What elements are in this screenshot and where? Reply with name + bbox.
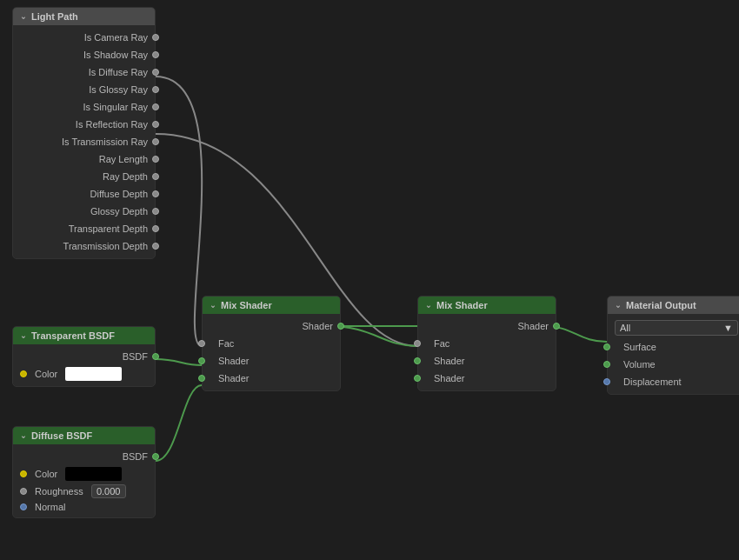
mo-input-volume: Volume [608,356,739,373]
lp-socket-glossy-ray[interactable] [152,86,159,93]
dbsdf-socket-roughness[interactable] [20,488,27,495]
mo-socket-surface[interactable] [603,343,610,350]
ms2-socket-shader-out[interactable] [553,323,560,330]
lp-output-transmission-depth: Transmission Depth [13,237,155,255]
lp-output-reflection-ray: Is Reflection Ray [13,116,155,133]
node-editor: ⌄ Light Path Is Camera Ray Is Shadow Ray… [0,0,739,560]
diffuse-bsdf-header: ⌄ Diffuse BSDF [13,427,155,444]
lp-socket-ray-length[interactable] [152,156,159,163]
lp-output-glossy-ray: Is Glossy Ray [13,81,155,98]
lp-socket-singular-ray[interactable] [152,103,159,110]
lp-output-diffuse-ray: Is Diffuse Ray [13,63,155,81]
lp-socket-reflection-ray[interactable] [152,121,159,128]
material-output-chevron: ⌄ [615,301,622,310]
lp-socket-transmission-depth[interactable] [152,243,159,250]
mix-shader-2-title: Mix Shader [436,300,488,310]
node-diffuse-bsdf: ⌄ Diffuse BSDF BSDF Color Roughness 0.00… [12,426,156,518]
ms1-input-shader1: Shader [203,352,340,370]
mix-shader-1-body: Shader Fac Shader Shader [203,314,340,390]
diffuse-bsdf-title: Diffuse BSDF [31,430,92,441]
ms2-input-shader1: Shader [418,352,556,370]
mix-shader-1-title: Mix Shader [221,300,272,310]
ms2-socket-shader2[interactable] [414,375,421,382]
tbsdf-socket-color[interactable] [20,370,27,377]
lp-output-transparent-depth: Transparent Depth [13,220,155,237]
dbsdf-roughness-value[interactable]: 0.000 [91,484,126,498]
lp-output-diffuse-depth: Diffuse Depth [13,185,155,203]
material-output-body: All ▼ Surface Volume Displacement [608,314,739,394]
material-output-dropdown[interactable]: All ▼ [615,320,738,336]
dropdown-arrow-icon: ▼ [723,323,733,333]
mix-shader-1-chevron: ⌄ [210,301,216,310]
dbsdf-normal-label: Normal [35,502,65,512]
ms1-socket-fac[interactable] [198,340,205,347]
dbsdf-normal-row: Normal [13,500,155,514]
lp-socket-transmission-ray[interactable] [152,138,159,145]
lp-output-glossy-depth: Glossy Depth [13,203,155,220]
tbsdf-output-bsdf: BSDF [13,348,155,365]
light-path-chevron: ⌄ [20,12,27,21]
transparent-bsdf-chevron: ⌄ [20,331,27,340]
light-path-header: ⌄ Light Path [13,8,155,25]
lp-socket-ray-depth[interactable] [152,173,159,180]
material-output-header: ⌄ Material Output [608,297,739,314]
transparent-bsdf-title: Transparent BSDF [31,330,115,341]
tbsdf-color-row: Color [13,365,155,383]
dbsdf-roughness-row: Roughness 0.000 [13,483,155,500]
ms1-output-shader: Shader [203,317,340,335]
ms2-input-shader2: Shader [418,370,556,387]
mo-socket-displacement[interactable] [603,378,610,385]
lp-output-singular-ray: Is Singular Ray [13,98,155,116]
dbsdf-color-row: Color [13,465,155,483]
light-path-body: Is Camera Ray Is Shadow Ray Is Diffuse R… [13,25,155,258]
lp-output-camera-ray: Is Camera Ray [13,29,155,46]
lp-socket-camera-ray[interactable] [152,34,159,41]
ms1-socket-shader2[interactable] [198,375,205,382]
tbsdf-color-swatch[interactable] [65,367,122,381]
ms1-socket-shader1[interactable] [198,357,205,364]
mo-input-displacement: Displacement [608,373,739,390]
mo-input-surface: Surface [608,338,739,356]
mix-shader-1-header: ⌄ Mix Shader [203,297,340,314]
transparent-bsdf-body: BSDF Color [13,344,155,386]
ms1-input-shader2: Shader [203,370,340,387]
tbsdf-socket-bsdf[interactable] [152,353,159,360]
lp-output-ray-length: Ray Length [13,150,155,168]
ms1-socket-shader-out[interactable] [337,323,344,330]
lp-socket-transparent-depth[interactable] [152,225,159,232]
diffuse-bsdf-chevron: ⌄ [20,431,27,440]
mix-shader-2-chevron: ⌄ [425,301,432,310]
dbsdf-socket-color[interactable] [20,470,27,477]
node-material-output: ⌄ Material Output All ▼ Surface Volume D… [607,296,739,395]
dbsdf-socket-normal[interactable] [20,503,27,510]
ms2-socket-fac[interactable] [414,340,421,347]
lp-output-transmission-ray: Is Transmission Ray [13,133,155,150]
node-mix-shader-1: ⌄ Mix Shader Shader Fac Shader Shader [202,296,341,391]
light-path-title: Light Path [31,11,78,22]
transparent-bsdf-header: ⌄ Transparent BSDF [13,327,155,344]
material-output-dropdown-value: All [620,323,630,333]
lp-socket-diffuse-depth[interactable] [152,190,159,197]
ms2-output-shader: Shader [418,317,556,335]
mix-shader-2-header: ⌄ Mix Shader [418,297,556,314]
lp-socket-glossy-depth[interactable] [152,208,159,215]
mo-socket-volume[interactable] [603,361,610,368]
node-light-path: ⌄ Light Path Is Camera Ray Is Shadow Ray… [12,7,156,259]
lp-output-ray-depth: Ray Depth [13,168,155,185]
dbsdf-output-bsdf: BSDF [13,448,155,465]
lp-socket-diffuse-ray[interactable] [152,69,159,76]
lp-output-shadow-ray: Is Shadow Ray [13,46,155,63]
ms2-input-fac: Fac [418,335,556,352]
diffuse-bsdf-body: BSDF Color Roughness 0.000 Normal [13,444,155,517]
lp-socket-shadow-ray[interactable] [152,51,159,58]
dbsdf-socket-bsdf[interactable] [152,453,159,460]
node-mix-shader-2: ⌄ Mix Shader Shader Fac Shader Shader [417,296,556,391]
ms2-socket-shader1[interactable] [414,357,421,364]
mix-shader-2-body: Shader Fac Shader Shader [418,314,556,390]
material-output-title: Material Output [626,300,696,310]
node-transparent-bsdf: ⌄ Transparent BSDF BSDF Color [12,326,156,387]
dbsdf-color-swatch[interactable] [65,467,122,481]
ms1-input-fac: Fac [203,335,340,352]
